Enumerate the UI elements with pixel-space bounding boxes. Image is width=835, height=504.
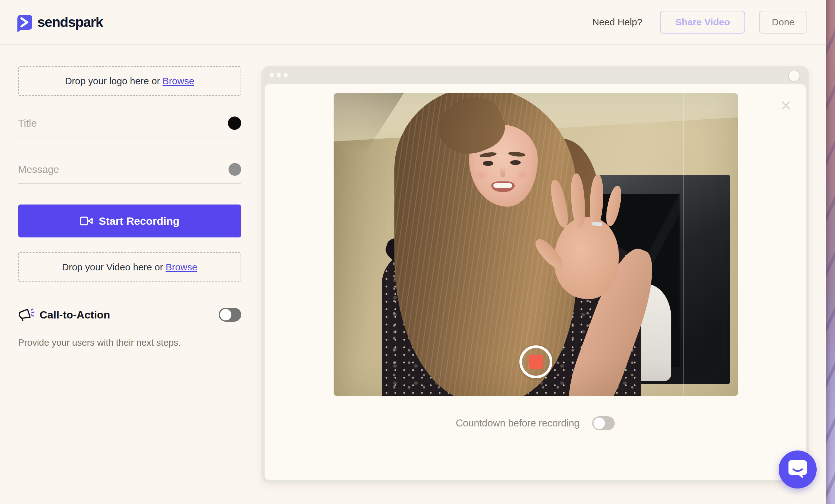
start-recording-button[interactable]: Start Recording bbox=[18, 204, 241, 238]
brand-wordmark: sendspark bbox=[37, 14, 103, 30]
need-help-link[interactable]: Need Help? bbox=[592, 17, 642, 27]
background-page-strip bbox=[826, 0, 835, 504]
cta-row: Call-to-Action bbox=[18, 305, 241, 325]
stop-recording-button[interactable] bbox=[520, 345, 552, 378]
person-eyebrow bbox=[479, 152, 497, 159]
title-input[interactable] bbox=[18, 118, 228, 129]
crop-guideline-right bbox=[683, 93, 684, 396]
title-color-swatch[interactable] bbox=[228, 117, 241, 130]
intercom-chat-icon bbox=[788, 459, 808, 480]
video-browse-link[interactable]: Browse bbox=[166, 262, 197, 273]
intercom-launcher-button[interactable] bbox=[779, 450, 817, 488]
title-field-row bbox=[18, 109, 241, 137]
done-button[interactable]: Done bbox=[759, 11, 807, 34]
countdown-toggle[interactable] bbox=[592, 416, 615, 430]
crop-guideline-left bbox=[388, 93, 388, 396]
countdown-row: Countdown before recording bbox=[265, 416, 806, 430]
megaphone-icon bbox=[18, 307, 35, 323]
share-video-button[interactable]: Share Video bbox=[660, 11, 745, 34]
logo-dropzone-text: Drop your logo here or bbox=[65, 76, 160, 86]
person-teeth bbox=[493, 183, 512, 188]
person-eye bbox=[510, 160, 521, 165]
window-dot bbox=[270, 73, 274, 78]
video-dropzone-text: Drop your Video here or bbox=[62, 262, 163, 273]
stop-record-square-icon bbox=[529, 355, 543, 369]
window-dot bbox=[277, 73, 281, 78]
videocam-icon bbox=[80, 216, 93, 226]
start-recording-label: Start Recording bbox=[99, 215, 180, 227]
person-ring bbox=[592, 222, 602, 226]
logo-dropzone[interactable]: Drop your logo here or Browse bbox=[18, 66, 241, 96]
message-field-row bbox=[18, 156, 241, 184]
header: sendspark Need Help? Share Video Done bbox=[0, 0, 826, 45]
person-cheek bbox=[475, 170, 488, 180]
countdown-label: Countdown before recording bbox=[456, 418, 579, 429]
person-eye bbox=[483, 161, 493, 166]
message-color-swatch[interactable] bbox=[228, 163, 241, 176]
recorder-window: Countdown before recording bbox=[262, 66, 809, 483]
cta-description: Provide your users with their next steps… bbox=[18, 338, 181, 348]
header-actions: Need Help? Share Video Done bbox=[592, 11, 807, 34]
video-dropzone[interactable]: Drop your Video here or Browse bbox=[18, 252, 241, 282]
person-eyebrow bbox=[508, 151, 526, 157]
logo-browse-link[interactable]: Browse bbox=[163, 76, 195, 86]
person-nose bbox=[500, 163, 506, 177]
cta-toggle[interactable] bbox=[219, 308, 241, 322]
cta-label: Call-to-Action bbox=[40, 309, 110, 321]
close-icon[interactable] bbox=[781, 101, 791, 110]
message-input[interactable] bbox=[18, 164, 228, 175]
person-cheek bbox=[516, 170, 530, 180]
cta-toggle-knob bbox=[220, 309, 231, 320]
countdown-toggle-knob bbox=[593, 418, 605, 429]
titlebar-circle bbox=[788, 69, 800, 82]
brand-logo[interactable]: sendspark bbox=[17, 14, 103, 30]
sendspark-logo-icon bbox=[17, 15, 32, 30]
recorder-body: Countdown before recording bbox=[265, 84, 806, 480]
sendspark-recorder-app: sendspark Need Help? Share Video Done Dr… bbox=[0, 0, 835, 504]
window-dots bbox=[262, 66, 288, 84]
window-dot bbox=[284, 73, 288, 78]
webcam-preview bbox=[333, 93, 738, 396]
person-smile bbox=[491, 181, 515, 192]
